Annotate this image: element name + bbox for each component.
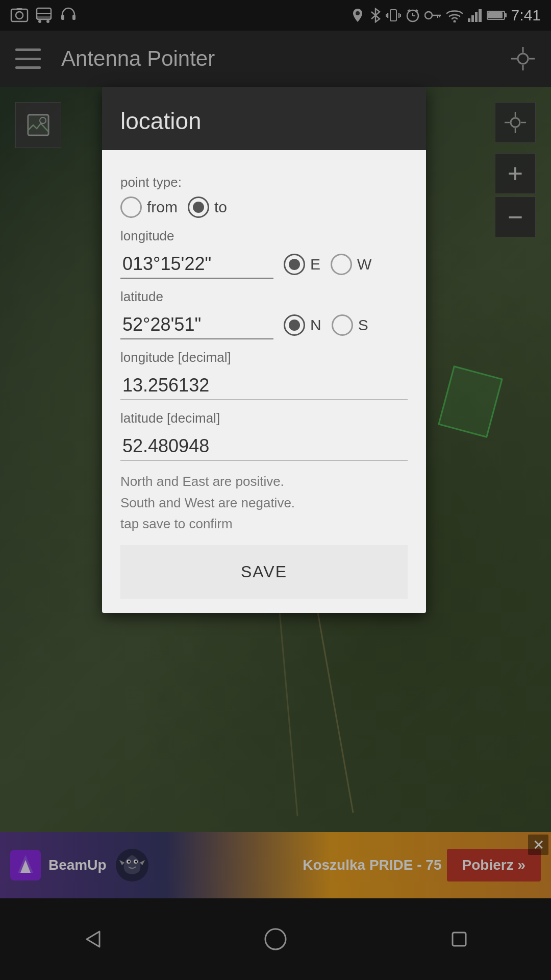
latitude-row: N S xyxy=(120,311,408,339)
south-radio-label: S xyxy=(358,316,368,334)
location-dialog: location point type: from to longitude E xyxy=(102,87,426,613)
save-button[interactable]: SAVE xyxy=(120,545,408,599)
north-radio-circle[interactable] xyxy=(284,314,305,336)
dialog-body: point type: from to longitude E W xyxy=(102,150,426,613)
west-radio-label: W xyxy=(357,256,371,273)
point-type-label: point type: xyxy=(120,175,408,190)
north-radio[interactable]: N xyxy=(284,314,321,336)
longitude-label: longitude xyxy=(120,228,408,244)
hint-line2: South and West are negative. xyxy=(120,495,295,510)
west-radio[interactable]: W xyxy=(331,254,371,275)
longitude-row: E W xyxy=(120,250,408,279)
hint-line3: tap save to confirm xyxy=(120,516,233,531)
latitude-decimal-input[interactable] xyxy=(120,432,408,461)
to-radio-circle[interactable] xyxy=(188,197,209,218)
south-radio[interactable]: S xyxy=(332,314,368,336)
point-type-group: from to xyxy=(120,197,408,218)
from-radio[interactable]: from xyxy=(120,197,178,218)
latitude-label: latitude xyxy=(120,289,408,305)
east-radio-circle[interactable] xyxy=(284,254,305,275)
to-radio[interactable]: to xyxy=(188,197,227,218)
longitude-decimal-label: longitude [decimal] xyxy=(120,350,408,365)
longitude-input[interactable] xyxy=(120,250,273,279)
south-radio-circle[interactable] xyxy=(332,314,353,336)
from-radio-label: from xyxy=(147,199,178,216)
hint-line1: North and East are positive. xyxy=(120,474,284,489)
longitude-decimal-input[interactable] xyxy=(120,372,408,400)
hint-text: North and East are positive. South and W… xyxy=(120,471,408,535)
to-radio-label: to xyxy=(214,199,227,216)
latitude-decimal-label: latitude [decimal] xyxy=(120,410,408,426)
north-radio-label: N xyxy=(310,316,321,334)
latitude-input[interactable] xyxy=(120,311,273,339)
dialog-header: location xyxy=(102,87,426,150)
east-radio[interactable]: E xyxy=(284,254,320,275)
east-radio-label: E xyxy=(310,256,320,273)
west-radio-circle[interactable] xyxy=(331,254,352,275)
dialog-title: location xyxy=(120,107,408,135)
from-radio-circle[interactable] xyxy=(120,197,142,218)
